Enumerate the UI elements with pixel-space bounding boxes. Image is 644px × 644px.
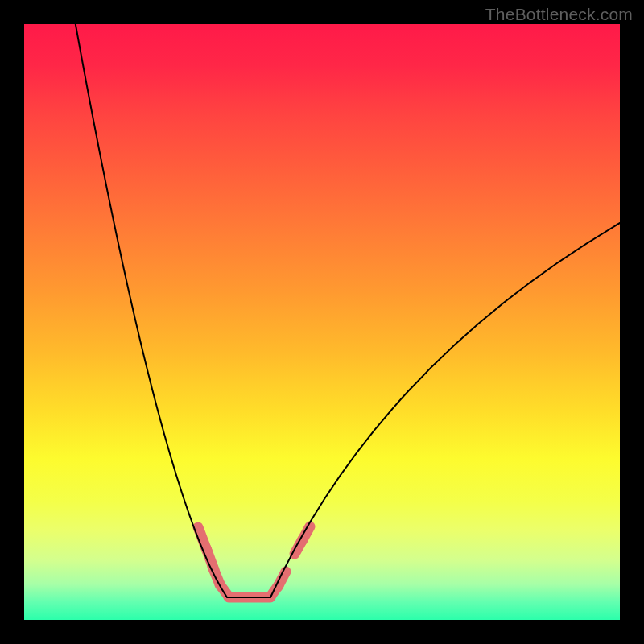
curve-layer <box>24 24 620 620</box>
bottleneck-curve <box>74 24 620 597</box>
plot-area <box>24 24 620 620</box>
watermark-text: TheBottleneck.com <box>485 5 633 24</box>
highlight-segments <box>198 526 310 597</box>
chart-stage: TheBottleneck.com <box>0 0 644 644</box>
